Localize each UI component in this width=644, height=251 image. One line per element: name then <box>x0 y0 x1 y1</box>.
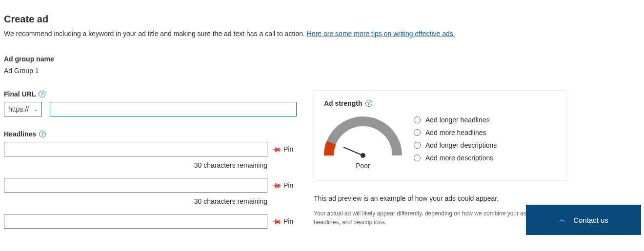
preview-text: This ad preview is an example of how you… <box>314 194 566 202</box>
tips-link[interactable]: Here are some more tips on writing effec… <box>307 30 455 38</box>
ad-strength-title: Ad strength <box>324 99 362 107</box>
suggestion-item: Add longer headlines <box>414 116 497 124</box>
page-title: Create ad <box>4 14 640 25</box>
suggestion-item: Add longer descriptions <box>414 141 497 149</box>
final-url-input[interactable] <box>50 102 297 116</box>
pin-button-3[interactable]: 📌 Pin <box>272 217 293 225</box>
svg-line-0 <box>343 147 363 155</box>
suggestion-text: Add more headlines <box>425 129 486 136</box>
info-icon[interactable]: ? <box>39 91 45 97</box>
headlines-label-text: Headlines <box>4 130 36 138</box>
ad-strength-rating: Poor <box>356 162 370 170</box>
gauge-icon <box>324 114 402 158</box>
ad-strength-card: Ad strength ? Poor Add longer headlines … <box>314 90 566 181</box>
headline-counter-2: 30 characters remaining <box>4 197 267 205</box>
final-url-label-text: Final URL <box>4 90 36 98</box>
ad-group-label: Ad group name <box>4 55 640 63</box>
circle-icon <box>414 142 421 149</box>
suggestion-text: Add longer headlines <box>425 116 490 124</box>
contact-label: Contact us <box>573 216 608 224</box>
pin-button-2[interactable]: 📌 Pin <box>272 181 293 189</box>
info-icon[interactable]: ? <box>39 131 46 137</box>
pin-label: Pin <box>283 217 293 225</box>
headline-input-3[interactable] <box>4 214 267 229</box>
protocol-select[interactable]: https:// ⌄ <box>4 102 42 116</box>
circle-icon <box>414 116 421 123</box>
pin-button-1[interactable]: 📌 Pin <box>272 145 293 153</box>
chevron-down-icon: ⌄ <box>34 107 38 112</box>
headline-input-2[interactable] <box>4 178 267 193</box>
protocol-value: https:// <box>8 105 29 113</box>
info-icon[interactable]: ? <box>365 100 372 107</box>
subtitle-text: We recommend including a keyword in your… <box>4 30 307 38</box>
suggestion-item: Add more headlines <box>414 129 497 136</box>
headlines-label: Headlines ? <box>4 130 297 138</box>
headline-counter-1: 30 characters remaining <box>4 161 267 169</box>
final-url-label: Final URL ? <box>4 90 297 98</box>
suggestion-text: Add longer descriptions <box>425 141 497 149</box>
chevron-up-icon: ︿ <box>559 215 565 224</box>
pin-icon: 📌 <box>271 143 282 154</box>
page-subtitle: We recommend including a keyword in your… <box>4 30 640 38</box>
headline-input-1[interactable] <box>4 142 267 156</box>
suggestion-item: Add more descriptions <box>414 154 497 162</box>
contact-us-button[interactable]: ︿ Contact us <box>526 205 641 235</box>
ad-group-value: Ad Group 1 <box>4 67 640 75</box>
svg-point-1 <box>361 153 365 158</box>
pin-icon: 📌 <box>271 179 282 191</box>
pin-label: Pin <box>283 145 293 153</box>
pin-icon: 📌 <box>271 215 282 227</box>
circle-icon <box>414 154 421 161</box>
pin-label: Pin <box>283 181 293 189</box>
circle-icon <box>414 129 421 136</box>
suggestion-text: Add more descriptions <box>425 154 493 162</box>
